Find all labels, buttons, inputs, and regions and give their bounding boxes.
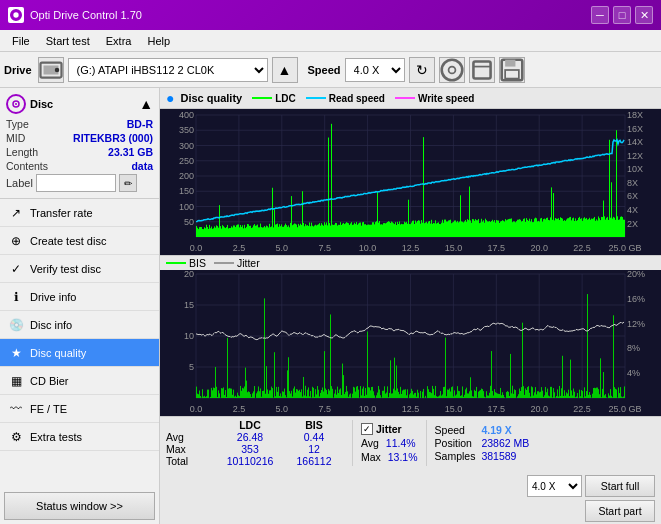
- speed-label: Speed: [308, 64, 341, 76]
- legend-bis-label: BIS: [189, 257, 206, 269]
- position-value: 23862 MB: [481, 437, 529, 449]
- disc-info-icon: 💿: [8, 317, 24, 333]
- speed-select[interactable]: 4.0 X: [345, 58, 405, 82]
- legend-read-speed-label: Read speed: [329, 93, 385, 104]
- save-button[interactable]: [499, 57, 525, 83]
- main-layout: Disc ▲ Type BD-R MID RITEKBR3 (000) Leng…: [0, 88, 661, 524]
- svg-point-6: [448, 66, 455, 73]
- svg-rect-10: [505, 59, 515, 66]
- disc-header-icon: [6, 94, 26, 114]
- stats-max-bis: 12: [284, 443, 344, 455]
- title-bar: Opti Drive Control 1.70 ─ □ ✕: [0, 0, 661, 30]
- disc-mid-value: RITEKBR3 (000): [73, 132, 153, 144]
- action-buttons: 4.0 X Start full Start part: [527, 475, 655, 522]
- jitter-max-value: 13.1%: [388, 451, 418, 463]
- right-panel: ● Disc quality LDC Read speed Write spee…: [160, 88, 661, 524]
- nav-cd-bier[interactable]: ▦ CD Bier: [0, 367, 159, 395]
- legend-bis-color: [166, 262, 186, 264]
- start-part-button[interactable]: Start part: [585, 500, 655, 522]
- legend-write-speed: Write speed: [395, 93, 475, 104]
- close-button[interactable]: ✕: [635, 6, 653, 24]
- disc-header: Disc ▲: [6, 94, 153, 114]
- position-label-text: Position: [435, 437, 476, 449]
- legend-jitter-label: Jitter: [237, 257, 260, 269]
- nav-drive-info[interactable]: ℹ Drive info: [0, 283, 159, 311]
- speed-value: 4.19 X: [481, 424, 529, 436]
- disc-type-row: Type BD-R: [6, 118, 153, 130]
- nav-create-test-disc-label: Create test disc: [30, 235, 106, 247]
- extra-tests-icon: ⚙: [8, 429, 24, 445]
- stats-avg-bis: 0.44: [284, 431, 344, 443]
- disc-label-label: Label: [6, 177, 33, 189]
- lower-chart-area: [160, 270, 661, 416]
- drive-label: Drive: [4, 64, 32, 76]
- chart-header: ● Disc quality LDC Read speed Write spee…: [160, 88, 661, 109]
- jitter-header-row: ✓ Jitter: [361, 423, 418, 435]
- jitter-label: Jitter: [376, 423, 402, 435]
- disc-label-edit-btn[interactable]: ✏: [119, 174, 137, 192]
- start-full-button[interactable]: Start full: [585, 475, 655, 497]
- stats-divider-2: [426, 420, 427, 466]
- refresh-button[interactable]: ↻: [409, 57, 435, 83]
- disc-length-row: Length 23.31 GB: [6, 146, 153, 158]
- stats-table: LDC BIS Avg 26.48 0.44 Max 353 12 Total …: [166, 419, 344, 467]
- disc-button[interactable]: [439, 57, 465, 83]
- title-bar-left: Opti Drive Control 1.70: [8, 7, 142, 23]
- disc-label-row: Label ✏: [6, 174, 153, 192]
- speed-dropdown[interactable]: 4.0 X: [527, 475, 582, 497]
- menu-help[interactable]: Help: [139, 33, 178, 49]
- legend-jitter: Jitter: [214, 257, 260, 269]
- jitter-max-label: Max: [361, 451, 381, 463]
- legend-write-speed-label: Write speed: [418, 93, 475, 104]
- disc-expand-icon[interactable]: ▲: [139, 96, 153, 112]
- cd-bier-icon: ▦: [8, 373, 24, 389]
- legend-ldc-label: LDC: [275, 93, 296, 104]
- eject-button[interactable]: ▲: [272, 57, 298, 83]
- menu-file[interactable]: File: [4, 33, 38, 49]
- menu-extra[interactable]: Extra: [98, 33, 140, 49]
- stats-ldc-header: LDC: [220, 419, 280, 431]
- stats-bis-header: BIS: [284, 419, 344, 431]
- legend-write-speed-color: [395, 97, 415, 99]
- settings-button[interactable]: [469, 57, 495, 83]
- nav-transfer-rate[interactable]: ↗ Transfer rate: [0, 199, 159, 227]
- nav-transfer-rate-label: Transfer rate: [30, 207, 93, 219]
- menu-start-test[interactable]: Start test: [38, 33, 98, 49]
- disc-quality-icon: ★: [8, 345, 24, 361]
- stats-avg-ldc: 26.48: [220, 431, 280, 443]
- disc-contents-value: data: [131, 160, 153, 172]
- jitter-max-row: Max 13.1%: [361, 451, 418, 463]
- status-window-button[interactable]: Status window >>: [4, 492, 155, 520]
- minimize-button[interactable]: ─: [591, 6, 609, 24]
- jitter-checkbox[interactable]: ✓: [361, 423, 373, 435]
- nav-extra-tests-label: Extra tests: [30, 431, 82, 443]
- upper-chart-canvas: [160, 109, 661, 255]
- drive-select[interactable]: (G:) ATAPI iHBS112 2 CL0K: [68, 58, 268, 82]
- nav-disc-quality[interactable]: ★ Disc quality: [0, 339, 159, 367]
- legend-read-speed: Read speed: [306, 93, 385, 104]
- upper-chart-area: [160, 109, 661, 255]
- legend-bis: BIS: [166, 257, 206, 269]
- nav-fe-te[interactable]: 〰 FE / TE: [0, 395, 159, 423]
- speed-position-section: Speed 4.19 X Position 23862 MB Samples 3…: [435, 424, 530, 462]
- disc-label-input[interactable]: [36, 174, 116, 192]
- nav-extra-tests[interactable]: ⚙ Extra tests: [0, 423, 159, 451]
- nav-fe-te-label: FE / TE: [30, 403, 67, 415]
- svg-point-14: [15, 103, 17, 105]
- stats-divider-1: [352, 420, 353, 466]
- toolbar: Drive (G:) ATAPI iHBS112 2 CL0K ▲ Speed …: [0, 52, 661, 88]
- maximize-button[interactable]: □: [613, 6, 631, 24]
- nav-drive-info-label: Drive info: [30, 291, 76, 303]
- nav-disc-quality-label: Disc quality: [30, 347, 86, 359]
- nav-disc-info[interactable]: 💿 Disc info: [0, 311, 159, 339]
- stats-total-label: Total: [166, 455, 216, 467]
- menu-bar: File Start test Extra Help: [0, 30, 661, 52]
- drive-info-icon: ℹ: [8, 289, 24, 305]
- nav-verify-test-disc[interactable]: ✓ Verify test disc: [0, 255, 159, 283]
- stats-avg-label: Avg: [166, 431, 216, 443]
- nav-create-test-disc[interactable]: ⊕ Create test disc: [0, 227, 159, 255]
- disc-length-value: 23.31 GB: [108, 146, 153, 158]
- transfer-rate-icon: ↗: [8, 205, 24, 221]
- nav-verify-test-disc-label: Verify test disc: [30, 263, 101, 275]
- left-panel: Disc ▲ Type BD-R MID RITEKBR3 (000) Leng…: [0, 88, 160, 524]
